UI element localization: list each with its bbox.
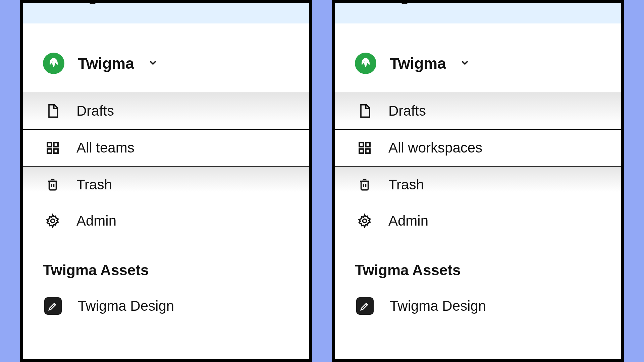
nav-item-admin[interactable]: Admin: [335, 203, 621, 239]
nav-label-admin: Admin: [76, 213, 116, 229]
grid-icon: [45, 140, 60, 156]
nav-label-all-teams: All teams: [76, 140, 135, 156]
svg-rect-10: [359, 149, 363, 153]
nav-item-all-workspaces[interactable]: All workspaces: [335, 130, 621, 167]
asset-item-design[interactable]: Twigma Design: [23, 291, 309, 321]
nav-item-trash[interactable]: Trash: [23, 167, 309, 203]
file-icon: [45, 103, 60, 119]
section-title-assets: Twigma Assets: [335, 239, 621, 291]
asset-label-design: Twigma Design: [390, 298, 486, 314]
asset-label-design: Twigma Design: [78, 298, 174, 314]
svg-rect-3: [47, 149, 51, 153]
grid-icon: [357, 140, 372, 156]
org-name-label: Twigma: [390, 54, 446, 72]
svg-point-7: [398, 0, 411, 3]
org-logo-icon: [355, 53, 376, 74]
gear-icon: [45, 213, 60, 229]
svg-rect-5: [49, 181, 56, 190]
trash-icon: [45, 177, 60, 192]
sidebar-panel-right: Recents Twigma Drafts All workspaces Tra…: [332, 0, 624, 362]
svg-rect-1: [47, 142, 51, 146]
clock-icon: [396, 0, 413, 5]
pen-tool-icon: [44, 297, 62, 315]
svg-point-6: [51, 219, 55, 223]
section-title-assets: Twigma Assets: [23, 239, 309, 291]
org-switcher[interactable]: Twigma: [23, 29, 309, 93]
svg-rect-11: [366, 149, 370, 153]
chevron-down-icon: [460, 57, 470, 69]
nav-label-recents: Recents: [117, 0, 168, 5]
nav-item-admin[interactable]: Admin: [23, 203, 309, 239]
clock-icon: [85, 0, 101, 5]
chevron-down-icon: [148, 57, 158, 69]
svg-rect-9: [366, 142, 370, 146]
org-logo-icon: [43, 53, 64, 74]
nav-item-all-teams[interactable]: All teams: [23, 130, 309, 167]
nav-label-all-workspaces: All workspaces: [388, 140, 482, 156]
svg-point-0: [86, 0, 99, 3]
nav-item-recents[interactable]: Recents: [335, 3, 621, 23]
svg-point-13: [363, 219, 367, 223]
nav-item-drafts[interactable]: Drafts: [335, 93, 621, 130]
svg-rect-8: [359, 142, 363, 146]
nav-label-drafts: Drafts: [388, 103, 426, 119]
nav-item-recents[interactable]: Recents: [23, 3, 309, 23]
sidebar-panel-left: Recents Twigma Drafts All teams Trash: [20, 0, 312, 362]
svg-rect-2: [54, 142, 58, 146]
gear-icon: [357, 213, 372, 229]
org-switcher[interactable]: Twigma: [335, 29, 621, 93]
nav-item-drafts[interactable]: Drafts: [23, 93, 309, 130]
svg-rect-4: [54, 149, 58, 153]
nav-label-recents: Recents: [429, 0, 480, 5]
nav-label-admin: Admin: [388, 213, 428, 229]
nav-label-trash: Trash: [76, 177, 112, 193]
trash-icon: [357, 177, 372, 192]
nav-label-drafts: Drafts: [76, 103, 114, 119]
asset-item-design[interactable]: Twigma Design: [335, 291, 621, 321]
nav-item-trash[interactable]: Trash: [335, 167, 621, 203]
nav-label-trash: Trash: [388, 177, 424, 193]
file-icon: [357, 103, 372, 119]
pen-tool-icon: [356, 297, 374, 315]
org-name-label: Twigma: [78, 54, 134, 72]
svg-rect-12: [361, 181, 368, 190]
